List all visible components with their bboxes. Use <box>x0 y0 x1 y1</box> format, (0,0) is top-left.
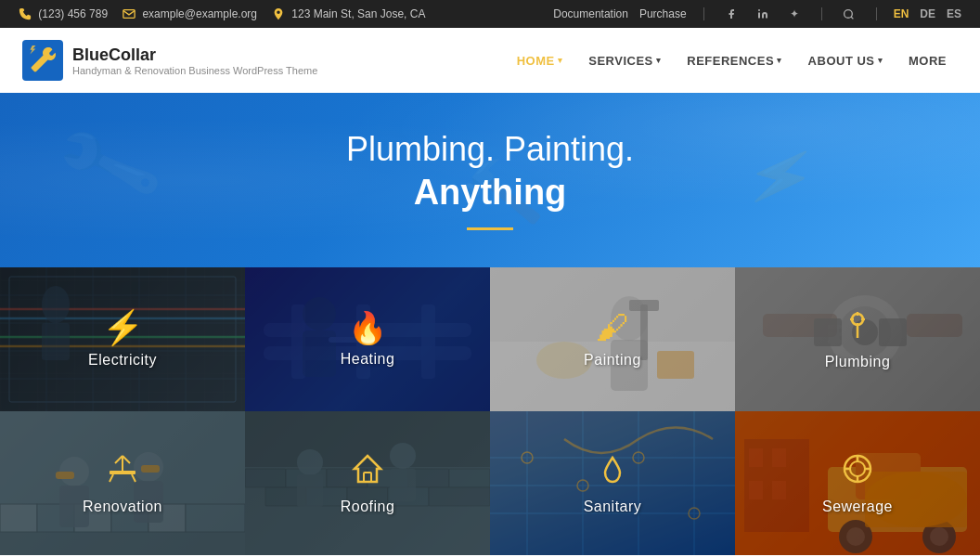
svg-rect-0 <box>123 10 135 19</box>
electricity-label: Electricity <box>88 352 157 369</box>
logo-title: BlueCollar <box>72 45 317 65</box>
location-icon <box>272 7 285 20</box>
facebook-icon[interactable] <box>721 4 741 24</box>
svg-rect-96 <box>364 473 371 482</box>
service-card-painting[interactable]: 🖌 Painting <box>490 267 735 411</box>
heating-icon: 🔥 <box>348 312 387 343</box>
sanitary-label: Sanitary <box>584 499 642 515</box>
service-card-sanitary[interactable]: Sanitary <box>490 411 735 555</box>
logo-text: BlueCollar Handyman & Renovation Busines… <box>72 45 317 76</box>
hero-line2: Anything <box>346 173 634 213</box>
service-card-electricity[interactable]: ⚡ Electricity <box>0 267 245 411</box>
svg-text:🔧: 🔧 <box>50 107 167 221</box>
nav-item-home[interactable]: HOME ▾ <box>506 46 574 75</box>
lang-es[interactable]: ES <box>947 7 961 20</box>
purchase-link[interactable]: Purchase <box>639 7 687 20</box>
yelp-icon[interactable]: ✦ <box>784 4 805 24</box>
sewerage-label: Sewerage <box>822 499 893 515</box>
phone-info: (123) 456 789 <box>19 7 108 21</box>
address-text: 123 Main St, San Jose, CA <box>291 7 425 20</box>
chevron-down-icon: ▾ <box>558 56 563 65</box>
documentation-link[interactable]: Documentation <box>553 7 628 20</box>
lang-en[interactable]: EN <box>894 7 909 20</box>
main-nav: HOME ▾ SERVICES ▾ REFERENCES ▾ ABOUT US … <box>506 46 958 75</box>
divider <box>703 7 704 20</box>
topbar: (123) 456 789 example@example.org 123 Ma… <box>0 0 980 28</box>
hero-line1: Plumbing. Painting. <box>346 130 634 169</box>
roofing-label: Roofing <box>341 499 395 515</box>
hero-content: Plumbing. Painting. Anything <box>346 130 634 230</box>
service-content-sanitary: Sanitary <box>490 411 735 555</box>
painting-icon: 🖌 <box>596 311 629 344</box>
svg-line-77 <box>115 456 122 463</box>
service-card-roofing[interactable]: Roofing <box>245 411 490 555</box>
service-content-electricity: ⚡ Electricity <box>0 267 245 411</box>
svg-point-2 <box>758 9 760 11</box>
svg-rect-1 <box>758 13 760 19</box>
renovation-icon <box>106 452 139 491</box>
lang-de[interactable]: DE <box>920 7 935 20</box>
svg-rect-73 <box>110 471 135 474</box>
chevron-down-icon: ▾ <box>656 56 662 65</box>
service-card-plumbing[interactable]: Plumbing <box>735 267 980 411</box>
chevron-down-icon: ▾ <box>878 56 883 65</box>
phone-number: (123) 456 789 <box>38 7 108 20</box>
logo-icon <box>22 40 63 81</box>
sewerage-icon <box>841 452 874 491</box>
painting-label: Painting <box>584 352 641 369</box>
plumbing-label: Plumbing <box>825 354 891 370</box>
phone-icon <box>19 7 32 20</box>
topbar-right: Documentation Purchase ✦ EN DE ES <box>553 4 961 24</box>
service-content-plumbing: Plumbing <box>735 267 980 411</box>
nav-item-more[interactable]: MORE <box>897 46 958 75</box>
hero-section: 🔧 ⚡ 🔨 Plumbing. Painting. Anything <box>0 93 980 267</box>
divider3 <box>876 7 877 20</box>
roofing-icon <box>351 452 384 491</box>
divider2 <box>821 7 822 20</box>
svg-point-125 <box>850 461 865 476</box>
service-content-heating: 🔥 Heating <box>245 267 490 411</box>
nav-item-references[interactable]: REFERENCES ▾ <box>676 46 793 75</box>
navbar: BlueCollar Handyman & Renovation Busines… <box>0 28 980 93</box>
svg-text:⚡: ⚡ <box>739 136 823 217</box>
sanitary-icon <box>596 452 629 491</box>
electricity-icon: ⚡ <box>102 311 144 344</box>
service-content-sewerage: Sewerage <box>735 411 980 555</box>
svg-line-75 <box>132 474 135 482</box>
hero-divider <box>467 227 513 230</box>
svg-line-78 <box>122 456 130 463</box>
services-grid: ⚡ Electricity 🔥 Heating <box>0 267 980 555</box>
service-content-roofing: Roofing <box>245 411 490 555</box>
svg-point-3 <box>845 9 853 18</box>
service-card-sewerage[interactable]: Sewerage <box>735 411 980 555</box>
search-icon[interactable] <box>839 4 859 24</box>
logo[interactable]: BlueCollar Handyman & Renovation Busines… <box>22 40 317 81</box>
email-info: example@example.org <box>122 7 257 21</box>
service-card-renovation[interactable]: Renovation <box>0 411 245 555</box>
email-address: example@example.org <box>142 7 257 20</box>
chevron-down-icon: ▾ <box>777 56 782 65</box>
nav-item-services[interactable]: SERVICES ▾ <box>577 46 672 75</box>
renovation-label: Renovation <box>83 499 162 515</box>
service-content-painting: 🖌 Painting <box>490 267 735 411</box>
topbar-contact: (123) 456 789 example@example.org 123 Ma… <box>19 7 425 21</box>
service-content-renovation: Renovation <box>0 411 245 555</box>
linkedin-icon[interactable] <box>753 4 773 24</box>
email-icon <box>122 7 135 20</box>
nav-item-about-us[interactable]: ABOUT US ▾ <box>797 46 894 75</box>
heating-label: Heating <box>341 351 395 368</box>
plumbing-icon <box>841 308 874 346</box>
address-info: 123 Main St, San Jose, CA <box>272 7 425 21</box>
svg-line-4 <box>851 17 853 19</box>
logo-subtitle: Handyman & Renovation Business WordPress… <box>72 65 317 76</box>
service-card-heating[interactable]: 🔥 Heating <box>245 267 490 411</box>
svg-line-74 <box>110 474 113 482</box>
